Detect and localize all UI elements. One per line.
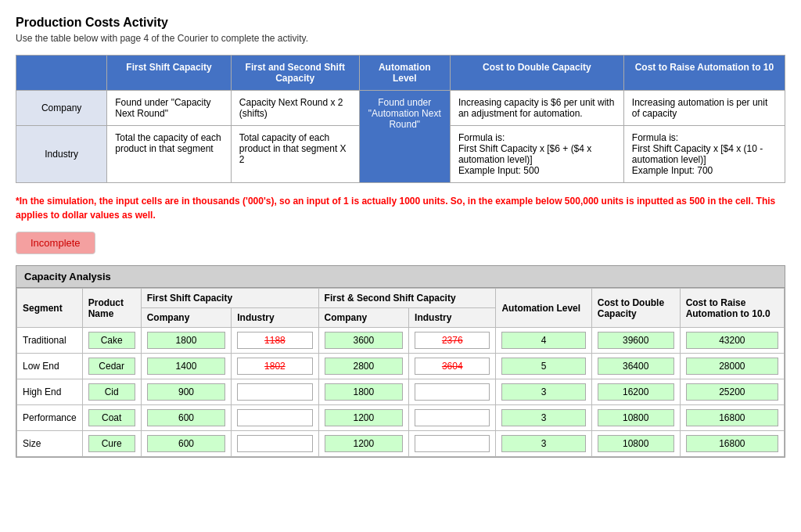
automation-field[interactable] — [501, 332, 585, 349]
cost-raise-field[interactable] — [686, 332, 778, 349]
automation-field[interactable] — [501, 358, 585, 375]
capacity-analysis-title: Capacity Analysis — [16, 266, 785, 288]
capacity-analysis-section: Capacity Analysis Segment ProductName Fi… — [16, 265, 785, 458]
industry-first-input[interactable] — [232, 379, 318, 405]
industry-first-field[interactable] — [237, 409, 312, 426]
automation-field[interactable] — [501, 383, 585, 401]
industry-second-input[interactable] — [409, 405, 496, 431]
industry-cost-double: Formula is:First Shift Capacity x [$6 + … — [450, 126, 623, 183]
automation-input[interactable] — [496, 405, 591, 431]
cost-double-input[interactable] — [591, 431, 680, 457]
company-row-label: Company — [16, 91, 107, 126]
company-first-field[interactable] — [147, 332, 226, 349]
automation-field[interactable] — [501, 409, 585, 426]
cost-double-field[interactable] — [598, 332, 674, 349]
segment-cell: Low End — [17, 354, 83, 379]
col-product-name: ProductName — [82, 289, 141, 328]
product-name-badge: Coat — [88, 409, 135, 426]
cost-double-field[interactable] — [598, 383, 674, 401]
company-first-field[interactable] — [147, 358, 226, 375]
sub-company-1: Company — [141, 308, 232, 328]
company-first-field[interactable] — [147, 409, 226, 426]
cost-raise-input[interactable] — [680, 328, 784, 354]
industry-second-field[interactable] — [415, 435, 490, 452]
page-subtitle: Use the table below with page 4 of the C… — [16, 33, 785, 44]
header-first-second: First and Second Shift Capacity — [231, 56, 359, 91]
industry-first-input[interactable] — [232, 431, 318, 457]
col-cost-raise: Cost to Raise Automation to 10.0 — [680, 289, 784, 328]
product-name-cell: Cure — [82, 431, 141, 457]
industry-first-input[interactable] — [232, 405, 318, 431]
cost-double-input[interactable] — [591, 354, 680, 379]
cost-raise-input[interactable] — [680, 431, 784, 457]
incomplete-button[interactable]: Incomplete — [16, 232, 95, 254]
cost-raise-input[interactable] — [680, 354, 784, 379]
info-table: First Shift Capacity First and Second Sh… — [16, 55, 785, 183]
cost-double-input[interactable] — [591, 328, 680, 354]
company-cost-raise: Increasing automation is per unit of cap… — [623, 91, 785, 126]
company-second-field[interactable] — [325, 383, 404, 401]
cost-double-input[interactable] — [591, 405, 680, 431]
industry-second-field[interactable] — [415, 358, 490, 375]
automation-field[interactable] — [501, 435, 585, 452]
header-automation: Automation Level — [359, 56, 450, 91]
industry-second-input[interactable] — [409, 328, 496, 354]
industry-first-field[interactable] — [237, 435, 312, 452]
cost-raise-input[interactable] — [680, 379, 784, 405]
automation-input[interactable] — [496, 328, 591, 354]
table-row: Low EndCedar — [17, 354, 785, 379]
company-second-input[interactable] — [318, 354, 409, 379]
cost-double-field[interactable] — [598, 409, 674, 426]
header-cost-double: Cost to Double Capacity — [450, 56, 623, 91]
industry-second-input[interactable] — [409, 431, 496, 457]
company-second-field[interactable] — [325, 358, 404, 375]
header-first-shift: First Shift Capacity — [107, 56, 232, 91]
cost-raise-field[interactable] — [686, 409, 778, 426]
header-cost-raise: Cost to Raise Automation to 10 — [623, 56, 785, 91]
automation-input[interactable] — [496, 431, 591, 457]
simulation-note: *In the simulation, the input cells are … — [16, 194, 785, 222]
company-second-input[interactable] — [318, 405, 409, 431]
table-row: TraditionalCake — [17, 328, 785, 354]
industry-first-field[interactable] — [237, 332, 312, 349]
company-first-shift: Found under "Capacity Next Round" — [107, 91, 232, 126]
product-name-cell: Coat — [82, 405, 141, 431]
cost-double-field[interactable] — [598, 435, 674, 452]
cost-double-field[interactable] — [598, 358, 674, 375]
company-first-input[interactable] — [141, 431, 232, 457]
cost-raise-field[interactable] — [686, 435, 778, 452]
company-first-input[interactable] — [141, 354, 232, 379]
automation-input[interactable] — [496, 379, 591, 405]
product-name-badge: Cid — [88, 383, 135, 401]
industry-second-input[interactable] — [409, 354, 496, 379]
col-segment: Segment — [17, 289, 83, 328]
industry-first-input[interactable] — [232, 354, 318, 379]
industry-first-second: Total capacity of each product in that s… — [231, 126, 359, 183]
company-second-field[interactable] — [325, 435, 404, 452]
cost-raise-field[interactable] — [686, 358, 778, 375]
industry-second-field[interactable] — [415, 409, 490, 426]
company-first-input[interactable] — [141, 379, 232, 405]
automation-input[interactable] — [496, 354, 591, 379]
company-first-second: Capacity Next Round x 2 (shifts) — [231, 91, 359, 126]
company-first-field[interactable] — [147, 383, 226, 401]
company-first-input[interactable] — [141, 328, 232, 354]
company-second-input[interactable] — [318, 379, 409, 405]
cost-raise-input[interactable] — [680, 405, 784, 431]
company-second-field[interactable] — [325, 409, 404, 426]
cost-raise-field[interactable] — [686, 383, 778, 401]
industry-first-field[interactable] — [237, 383, 312, 401]
industry-second-field[interactable] — [415, 383, 490, 401]
company-second-field[interactable] — [325, 332, 404, 349]
company-second-input[interactable] — [318, 328, 409, 354]
cost-double-input[interactable] — [591, 379, 680, 405]
product-name-badge: Cedar — [88, 358, 135, 375]
industry-second-input[interactable] — [409, 379, 496, 405]
industry-second-field[interactable] — [415, 332, 490, 349]
company-second-input[interactable] — [318, 431, 409, 457]
industry-first-input[interactable] — [232, 328, 318, 354]
company-first-field[interactable] — [147, 435, 226, 452]
company-first-input[interactable] — [141, 405, 232, 431]
industry-first-shift: Total the capacity of each product in th… — [107, 126, 232, 183]
industry-first-field[interactable] — [237, 358, 312, 375]
